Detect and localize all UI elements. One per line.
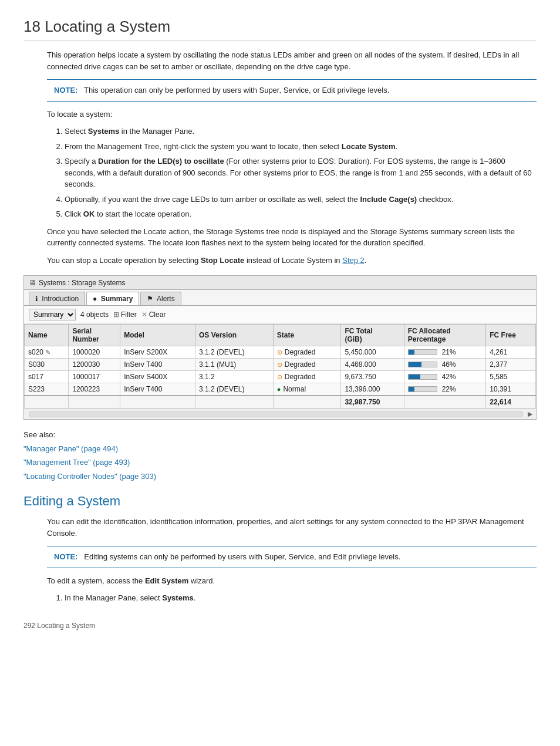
table-row: s017 1000017 InServ S400X 3.1.2 ⊙ Degrad… xyxy=(25,371,536,383)
panel-tabs: ℹ Introduction ● Summary ⚑ Alerts xyxy=(24,290,536,306)
systems-panel: 🖥 Systems : Storage Systems ℹ Introducti… xyxy=(23,275,537,420)
filter-icon: ⊞ xyxy=(113,310,119,319)
step-5: Click OK to start the locate operation. xyxy=(65,208,537,220)
total-fc-total: 32,987.750 xyxy=(341,396,404,409)
alloc-pct: 42% xyxy=(440,373,456,381)
filter-button[interactable]: ⊞ Filter xyxy=(113,310,137,319)
col-os: OS Version xyxy=(195,325,274,346)
see-also-link-2[interactable]: "Management Tree" (page 493) xyxy=(23,458,130,467)
edit-icon: ✎ xyxy=(45,349,50,356)
horizontal-scrollbar[interactable] xyxy=(29,411,523,417)
state-label: Normal xyxy=(283,385,306,393)
degraded-icon: ⊙ xyxy=(277,373,282,381)
total-fc-alloc xyxy=(404,396,486,409)
cell-name: s020 ✎ xyxy=(25,346,69,359)
table-row: S030 1200030 InServ T400 3.1.1 (MU1) ⊙ D… xyxy=(25,359,536,371)
total-name xyxy=(25,396,69,409)
clear-icon: ✕ xyxy=(141,310,147,319)
cell-fc-total: 4,468.000 xyxy=(341,359,404,371)
total-fc-free: 22,614 xyxy=(486,396,536,409)
see-also-link-1[interactable]: "Manager Pane" (page 494) xyxy=(23,444,118,453)
note-box-2: NOTE: Editing systems can only be perfor… xyxy=(47,546,537,568)
tab-summary[interactable]: ● Summary xyxy=(86,292,139,305)
see-also-section: See also: "Manager Pane" (page 494) "Man… xyxy=(23,429,537,482)
see-also-label: See also: xyxy=(23,429,537,441)
step2-link[interactable]: Step 2 xyxy=(342,256,365,265)
alloc-bar-fill xyxy=(409,350,414,355)
editing-title: Editing a System xyxy=(23,494,537,509)
state-label: Degraded xyxy=(285,348,316,356)
page-title: 18 Locating a System xyxy=(23,18,537,41)
cell-fc-alloc: 46% xyxy=(404,359,486,371)
view-select[interactable]: Summary xyxy=(29,309,76,320)
editing-intro: You can edit the identification, identif… xyxy=(47,516,537,539)
alloc-pct: 22% xyxy=(440,385,456,393)
cell-os: 3.1.2 xyxy=(195,371,274,383)
panel-title-bar: 🖥 Systems : Storage Systems xyxy=(24,276,536,290)
cell-model: InServ S400X xyxy=(120,371,195,383)
locating-intro: This operation helps locate a system by … xyxy=(47,49,537,72)
col-fc-alloc: FC AllocatedPercentage xyxy=(404,325,486,346)
to-locate-label: To locate a system: xyxy=(47,109,537,120)
table-body: s020 ✎ 1000020 InServ S200X 3.1.2 (DEVEL… xyxy=(25,346,536,409)
alloc-bar-fill xyxy=(409,387,415,391)
editing-para: To edit a system, access the Edit System… xyxy=(47,575,537,587)
tab-alerts[interactable]: ⚑ Alerts xyxy=(140,292,181,305)
cell-serial: 1200223 xyxy=(69,383,120,396)
normal-icon: ● xyxy=(277,386,281,393)
step-2: From the Management Tree, right-click th… xyxy=(65,141,537,153)
note-text-2: Editing systems can only be performed by… xyxy=(84,552,400,561)
table-total-row: 32,987.750 22,614 xyxy=(25,396,536,409)
alloc-bar-bg xyxy=(408,374,437,380)
step-1: Select Systems in the Manager Pane. xyxy=(65,126,537,137)
clear-button[interactable]: ✕ Clear xyxy=(141,310,166,319)
alloc-bar-fill xyxy=(409,374,420,379)
cell-os: 3.1.2 (DEVEL) xyxy=(195,383,274,396)
editing-step-1: In the Manager Pane, select Systems. xyxy=(65,592,537,604)
cell-serial: 1000020 xyxy=(69,346,120,359)
cell-model: InServ S200X xyxy=(120,346,195,359)
cell-model: InServ T400 xyxy=(120,383,195,396)
cell-fc-total: 5,450.000 xyxy=(341,346,404,359)
alerts-icon: ⚑ xyxy=(147,295,153,303)
cell-state: ⊙ Degraded xyxy=(273,359,341,371)
toolbar: Summary 4 objects ⊞ Filter ✕ Clear xyxy=(24,306,536,324)
cell-os: 3.1.2 (DEVEL) xyxy=(195,346,274,359)
cell-name: S030 xyxy=(25,359,69,371)
table-header: Name SerialNumber Model OS Version State… xyxy=(25,325,536,346)
object-count: 4 objects xyxy=(80,310,109,319)
cell-fc-total: 9,673.750 xyxy=(341,371,404,383)
alloc-pct: 21% xyxy=(440,348,456,356)
cell-fc-free: 2,377 xyxy=(486,359,536,371)
summary-icon: ● xyxy=(93,295,97,303)
total-model xyxy=(120,396,195,409)
cell-name: s017 xyxy=(25,371,69,383)
locating-para1: Once you have selected the Locate action… xyxy=(47,226,537,249)
scroll-area[interactable]: ▶ xyxy=(24,409,536,419)
cell-fc-total: 13,396.000 xyxy=(341,383,404,396)
panel-icon: 🖥 xyxy=(29,278,36,287)
scroll-right-arrow[interactable]: ▶ xyxy=(528,410,536,418)
cell-state: ⊙ Degraded xyxy=(273,346,341,359)
col-fc-total: FC Total(GiB) xyxy=(341,325,404,346)
cell-serial: 1000017 xyxy=(69,371,120,383)
cell-fc-alloc: 22% xyxy=(404,383,486,396)
cell-state: ● Normal xyxy=(273,383,341,396)
step-4: Optionally, if you want the drive cage L… xyxy=(65,194,537,205)
col-serial: SerialNumber xyxy=(69,325,120,346)
note-label-1: NOTE: xyxy=(54,86,77,94)
alloc-bar-fill xyxy=(409,362,421,367)
note-box-1: NOTE: This operation can only be perform… xyxy=(47,79,537,102)
degraded-icon: ⊙ xyxy=(277,349,282,356)
note-label-2: NOTE: xyxy=(54,552,77,561)
cell-fc-free: 10,391 xyxy=(486,383,536,396)
introduction-icon: ℹ xyxy=(35,295,38,303)
state-label: Degraded xyxy=(285,373,316,381)
col-state: State xyxy=(273,325,341,346)
col-name: Name xyxy=(25,325,69,346)
cell-state: ⊙ Degraded xyxy=(273,371,341,383)
col-fc-free: FC Free xyxy=(486,325,536,346)
cell-name: S223 xyxy=(25,383,69,396)
tab-introduction[interactable]: ℹ Introduction xyxy=(29,292,85,305)
see-also-link-3[interactable]: "Locating Controller Nodes" (page 303) xyxy=(23,472,156,481)
